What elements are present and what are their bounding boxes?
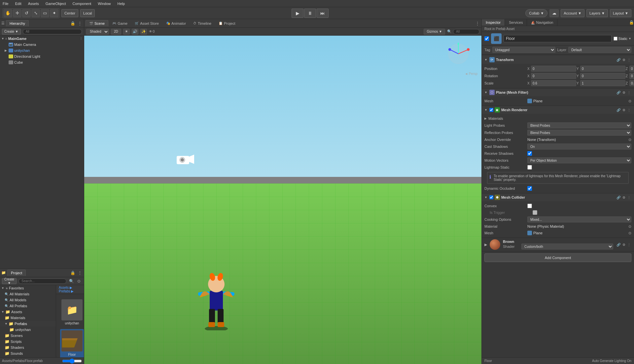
project-menu-btn[interactable]: ⋮ — [77, 270, 83, 276]
mesh-collider-link-btn[interactable]: 🔗 — [616, 195, 621, 200]
hierarchy-create-btn[interactable]: Create ▼ — [2, 29, 21, 35]
project-create-btn[interactable]: Create ▼ — [2, 278, 17, 284]
hierarchy-item-directionallight[interactable]: Directional Light — [0, 53, 84, 59]
project-lock-btn[interactable]: 🔒 — [70, 270, 76, 276]
add-component-button[interactable]: Add Component — [484, 253, 631, 262]
project-search-input[interactable] — [18, 279, 66, 284]
collider-material-select-btn[interactable]: ⊙ — [628, 224, 631, 229]
collider-mesh-select-btn[interactable]: ⊙ — [628, 231, 631, 235]
convex-checkbox[interactable] — [527, 204, 532, 208]
account-button[interactable]: Account ▼ — [561, 9, 584, 17]
scenes-folder-item[interactable]: 📁 Scenes — [0, 333, 56, 339]
hand-tool[interactable]: ✋ — [4, 9, 12, 17]
mesh-collider-header[interactable]: ▼ ⬢ Mesh Collider 🔗 ⚙ ⋮ — [482, 193, 634, 201]
pause-button[interactable]: ⏸ — [304, 9, 316, 18]
material-collapse-arrow[interactable]: ▶ — [484, 243, 487, 247]
materials-row[interactable]: ▶ Materials — [484, 115, 631, 122]
scale-z-input[interactable] — [629, 80, 634, 86]
transform-tool[interactable]: ✦ — [50, 9, 58, 17]
menu-file[interactable]: File — [1, 2, 10, 6]
menu-gameobject[interactable]: GameObject — [44, 2, 67, 6]
all-prefabs-item[interactable]: 🔍 All Prefabs — [0, 303, 56, 309]
tab-scene[interactable]: 🎬 Scene — [86, 20, 108, 26]
gizmos-button[interactable]: Gizmos ▼ — [424, 29, 445, 35]
mesh-collider-enabled-checkbox[interactable] — [489, 195, 493, 199]
lighting-btn[interactable]: ☀ — [123, 29, 130, 35]
reflection-probes-select[interactable]: Blend Probes — [527, 130, 631, 136]
scale-y-input[interactable] — [580, 80, 625, 86]
inspector-tab[interactable]: Inspector — [482, 19, 505, 26]
tag-select[interactable]: Untagged — [492, 47, 555, 53]
mesh-filter-header[interactable]: ▼ ⬡ Plane (Mesh Filter) 🔗 ⚙ ⋮ — [482, 88, 634, 96]
static-dropdown-arrow[interactable]: ▼ — [628, 37, 631, 40]
mesh-filter-settings-btn[interactable]: ⚙ — [622, 90, 626, 95]
hierarchy-tab[interactable]: Hierarchy — [6, 20, 29, 26]
project-search-btn[interactable]: 🔍 — [68, 278, 75, 284]
hierarchy-item-maincamera[interactable]: 📷 Main Camera — [0, 42, 84, 48]
asset-floor[interactable]: Floor — [60, 329, 84, 357]
dynamic-occluded-checkbox[interactable] — [527, 186, 532, 191]
materials-folder-item[interactable]: 📁 Materials — [0, 315, 56, 321]
hierarchy-lock-btn[interactable]: 🔒 — [70, 20, 76, 26]
collab-button[interactable]: Collab ▼ — [525, 9, 547, 17]
scene-gizmo[interactable] — [445, 41, 472, 67]
cast-shadows-select[interactable]: On — [527, 144, 631, 149]
scripts-folder-item[interactable]: 📁 Scripts — [0, 339, 56, 345]
audio-btn[interactable]: 🔊 — [132, 29, 138, 35]
mesh-collider-menu-btn[interactable]: ⋮ — [627, 195, 631, 200]
pos-z-input[interactable] — [629, 66, 634, 72]
pos-x-input[interactable] — [531, 66, 576, 72]
play-button[interactable]: ▶ — [292, 9, 303, 18]
mesh-renderer-menu-btn[interactable]: ⋮ — [627, 108, 631, 112]
material-link-btn[interactable]: 🔗 — [616, 243, 621, 247]
mesh-renderer-settings-btn[interactable]: ⚙ — [622, 108, 626, 112]
menu-assets[interactable]: Assets — [27, 2, 40, 6]
tab-asset-store[interactable]: 🛒 Asset Store — [131, 20, 162, 26]
scale-x-input[interactable] — [531, 80, 576, 86]
all-models-item[interactable]: 🔍 All Models — [0, 297, 56, 303]
menu-edit[interactable]: Edit — [14, 2, 23, 6]
center-button[interactable]: Center — [61, 9, 78, 17]
hierarchy-search-input[interactable] — [23, 29, 82, 34]
hierarchy-item-unitychan[interactable]: ▶ unitychan — [0, 48, 84, 53]
rot-y-input[interactable] — [580, 73, 625, 79]
menu-help[interactable]: Help — [116, 2, 126, 6]
transform-header[interactable]: ▼ ⟳ Transform 🔗 ⚙ ⋮ — [482, 56, 634, 64]
asset-unitychan[interactable]: 📁 unitychan — [60, 298, 84, 326]
mesh-renderer-link-btn[interactable]: 🔗 — [616, 108, 621, 112]
shaders-folder-item[interactable]: 📁 Shaders — [0, 345, 56, 350]
scene-tab-lock[interactable]: ⋮ — [475, 20, 480, 26]
asset-size-slider[interactable] — [62, 359, 82, 363]
static-checkbox[interactable] — [614, 37, 617, 41]
move-tool[interactable]: ✛ — [13, 9, 21, 17]
layer-select[interactable]: Default — [568, 47, 631, 53]
cloud-button[interactable]: ☁ — [549, 9, 559, 17]
scene-search-input[interactable] — [453, 29, 479, 34]
local-button[interactable]: Local — [80, 9, 95, 17]
light-probes-select[interactable]: Blend Probes — [527, 122, 631, 128]
lightmap-static-checkbox[interactable] — [527, 165, 532, 170]
layout-button[interactable]: Layout ▼ — [610, 9, 631, 17]
step-button[interactable]: ⏭ — [317, 9, 329, 18]
project-filter-btn[interactable]: ⊙ — [77, 278, 81, 284]
mesh-select-btn[interactable]: ⊙ — [628, 99, 631, 103]
cooking-options-select[interactable]: Mixed... — [527, 216, 631, 222]
navigation-tab[interactable]: ⛵ Navigation — [527, 19, 557, 26]
menu-component[interactable]: Component — [71, 2, 92, 6]
material-settings-btn[interactable]: ⚙ — [622, 243, 626, 247]
anchor-select-btn[interactable]: ⊙ — [628, 138, 631, 142]
is-trigger-checkbox[interactable] — [533, 210, 537, 215]
rot-x-input[interactable] — [531, 73, 576, 79]
menu-window[interactable]: Window — [96, 2, 112, 6]
hierarchy-menu-btn[interactable]: ⋮ — [77, 20, 83, 26]
rot-z-input[interactable] — [629, 73, 634, 79]
mesh-filter-link-btn[interactable]: 🔗 — [616, 90, 621, 95]
shading-dropdown[interactable]: Shaded — [86, 29, 109, 35]
object-name-input[interactable] — [504, 35, 612, 42]
layers-button[interactable]: Layers ▼ — [586, 9, 608, 17]
rotate-tool[interactable]: ↺ — [22, 9, 31, 17]
tab-timeline[interactable]: ⏱ Timeline — [190, 20, 215, 26]
services-tab[interactable]: Services — [505, 19, 527, 26]
sounds-folder-item[interactable]: 📁 Sounds — [0, 350, 56, 356]
material-menu-btn[interactable]: ⋮ — [627, 243, 631, 247]
